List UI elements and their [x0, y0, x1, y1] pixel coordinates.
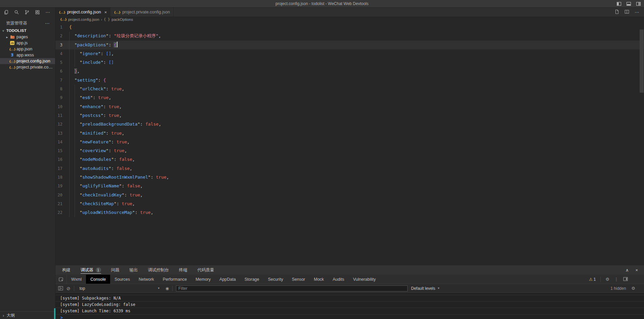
code-line-19[interactable]: 19 "uglifyFileName": false,	[55, 182, 644, 190]
devtools-tab-Vulnerability[interactable]: Vulnerability	[349, 275, 380, 284]
outline-section[interactable]: › 大纲	[0, 311, 55, 319]
code-line-3[interactable]: 3 "packOptions": {	[55, 41, 644, 49]
devtools-tab-Console[interactable]: Console	[86, 275, 110, 284]
dock-side-icon[interactable]	[623, 277, 628, 282]
panel-tab-问题[interactable]: 问题	[111, 265, 120, 275]
code-line-17[interactable]: 17 "autoAudits": false,	[55, 164, 644, 173]
devtools-tab-Security[interactable]: Security	[264, 275, 287, 284]
code-lines[interactable]: 1{2 "description": "垃圾分类记录小程序",3 "packOp…	[55, 22, 644, 265]
editor-tab-bar: {..} project.config.json × {..} project.…	[55, 8, 644, 16]
console-settings-gear-icon[interactable]: ⚙	[631, 286, 635, 290]
filter-input[interactable]	[176, 285, 408, 291]
warning-badge[interactable]: ⚠1	[589, 277, 596, 282]
console-log-row[interactable]: [system] Subpackages: N/A	[55, 295, 644, 302]
code-line-10[interactable]: 10 "enhance": true,	[55, 102, 644, 111]
code-line-20[interactable]: 20 "checkInvalidKey": true,	[55, 191, 644, 199]
close-panel-icon[interactable]: ×	[635, 268, 638, 272]
code-line-9[interactable]: 9 "es6": true,	[55, 93, 644, 102]
panel-tab-调试控制台[interactable]: 调试控制台	[148, 265, 169, 275]
devtools-tab-Storage[interactable]: Storage	[240, 275, 264, 284]
eye-icon[interactable]: ◉	[166, 286, 169, 290]
code-line-5[interactable]: 5 "include": []	[55, 58, 644, 67]
tab-project-config[interactable]: {..} project.config.json ×	[55, 8, 110, 16]
panel-tab-构建[interactable]: 构建	[62, 265, 71, 275]
files-icon[interactable]	[1, 8, 11, 16]
devtools-tab-Wxml[interactable]: Wxml	[67, 275, 86, 284]
devtools-tab-Sources[interactable]: Sources	[110, 275, 134, 284]
code-line-21[interactable]: 21 "checkSiteMap": true,	[55, 199, 644, 208]
devtools-tab-Performance[interactable]: Performance	[158, 275, 191, 284]
devtools-tab-Sensor[interactable]: Sensor	[287, 275, 310, 284]
breadcrumb-symbol[interactable]: packOptions	[111, 17, 133, 21]
code-line-16[interactable]: 16 "nodeModules": false,	[55, 155, 644, 164]
line-content: "newFeature": true,	[62, 138, 130, 146]
code-line-6[interactable]: 6 },	[55, 67, 644, 76]
code-line-22[interactable]: 22 "uploadWithSourceMap": true,	[55, 208, 644, 217]
devtools-tab-Mock[interactable]: Mock	[310, 275, 328, 284]
code-line-7[interactable]: 7 "setting": {	[55, 76, 644, 85]
devtools-tab-Network[interactable]: Network	[134, 275, 158, 284]
log-levels-select[interactable]: Default levels ▼	[411, 286, 440, 291]
breadcrumb-file[interactable]: project.config.json	[68, 17, 99, 21]
devtools-tab-Memory[interactable]: Memory	[191, 275, 215, 284]
line-number: 15	[55, 146, 62, 155]
toggle-panel-icon[interactable]	[627, 2, 631, 6]
more-actions-icon[interactable]: ⋯	[635, 9, 639, 15]
close-tab-icon[interactable]: ×	[104, 10, 107, 15]
code-line-12[interactable]: 12 "preloadBackgroundData": false,	[55, 120, 644, 129]
toggle-split-icon[interactable]	[636, 2, 641, 6]
divider	[74, 286, 74, 291]
code-line-8[interactable]: 8 "urlCheck": true,	[55, 85, 644, 93]
toggle-sidebar-icon[interactable]	[617, 2, 621, 6]
devtools-tab-AppData[interactable]: AppData	[215, 275, 240, 284]
clear-console-icon[interactable]: ⊘	[66, 286, 71, 291]
console-sidebar-icon[interactable]	[58, 286, 63, 290]
project-root-row[interactable]: ∨ TODOLIST	[0, 27, 55, 34]
code-line-2[interactable]: 2 "description": "垃圾分类记录小程序",	[55, 32, 644, 40]
frame-context-select[interactable]: top ▼	[78, 286, 162, 291]
panel-tab-代码质量[interactable]: 代码质量	[197, 265, 214, 275]
resize-handle-accent[interactable]	[54, 308, 55, 319]
console-log-row[interactable]: [system] Launch Time: 6339 ms	[55, 308, 644, 315]
search-icon[interactable]	[11, 8, 22, 16]
kebab-menu-icon[interactable]: ⋮	[614, 277, 618, 281]
panel-tab-输出[interactable]: 输出	[130, 265, 138, 275]
scrollbar-thumb[interactable]	[640, 30, 644, 93]
split-editor-icon[interactable]	[625, 9, 629, 15]
settings-gear-icon[interactable]: ⚙	[605, 277, 609, 281]
code-line-13[interactable]: 13 "minified": true,	[55, 129, 644, 138]
console-prompt[interactable]: >	[55, 315, 644, 319]
breadcrumb[interactable]: {..} project.config.json › { } packOptio…	[55, 16, 644, 22]
hidden-count[interactable]: 1 hidden	[610, 286, 626, 291]
open-preview-icon[interactable]	[614, 9, 619, 15]
tree-item-app.json[interactable]: {..}app.json	[0, 46, 55, 52]
collapse-panel-icon[interactable]: ∧	[626, 268, 629, 272]
tab-project-private-config[interactable]: {..} project.private.config.json	[110, 8, 174, 16]
devtools-tab-Audits[interactable]: Audits	[328, 275, 349, 284]
console-output[interactable]: [system] Subpackages: N/A[system] LazyCo…	[55, 293, 644, 319]
code-line-18[interactable]: 18 "showShadowRootInWxmlPanel": true,	[55, 173, 644, 182]
tree-item-app.js[interactable]: JSapp.js	[0, 40, 55, 46]
tree-item-project.private.config.json[interactable]: {..}project.private.config.json	[0, 64, 55, 70]
inspect-element-icon[interactable]	[55, 275, 67, 284]
tree-item-app.wxss[interactable]: Eapp.wxss	[0, 52, 55, 58]
indent-guide	[69, 120, 70, 129]
code-line-1[interactable]: 1{	[55, 23, 644, 32]
code-line-4[interactable]: 4 "ignore": [],	[55, 49, 644, 58]
extensions-icon[interactable]	[32, 8, 43, 16]
source-control-icon[interactable]	[22, 8, 32, 16]
indent-guide	[75, 111, 75, 120]
code-line-14[interactable]: 14 "newFeature": true,	[55, 138, 644, 146]
code-line-15[interactable]: 15 "coverView": true,	[55, 146, 644, 155]
line-number: 5	[55, 58, 62, 67]
panel-tab-终端[interactable]: 终端	[179, 265, 187, 275]
console-log-row[interactable]: [system] LazyCodeLoading: false	[55, 302, 644, 308]
explorer-more-icon[interactable]: ⋯	[45, 20, 50, 26]
panel-tab-调试器[interactable]: 调试器1	[81, 265, 101, 275]
tree-item-pages[interactable]: ▸pages	[0, 34, 55, 40]
code-line-11[interactable]: 11 "postcss": true,	[55, 111, 644, 120]
indent-guide	[69, 155, 70, 164]
tree-item-project.config.json[interactable]: {..}project.config.json	[0, 58, 55, 64]
editor-scrollbar[interactable]	[639, 23, 644, 265]
more-actions-icon[interactable]: ⋯	[43, 8, 53, 16]
